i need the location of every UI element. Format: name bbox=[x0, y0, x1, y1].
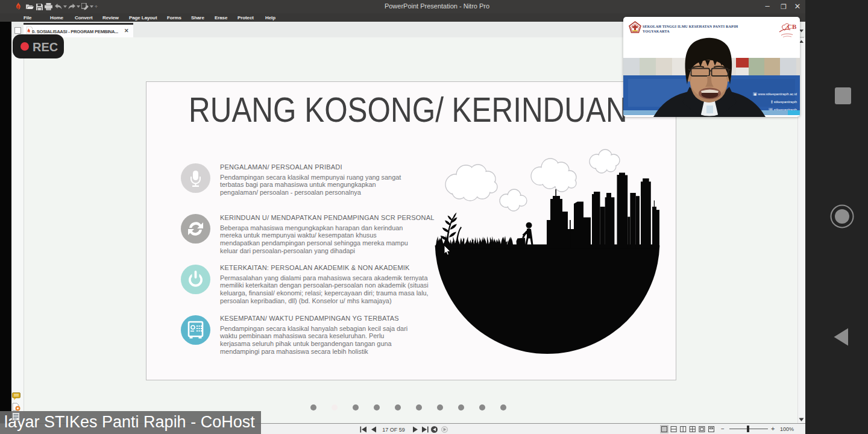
svg-text:17 OF 59: 17 OF 59 bbox=[382, 427, 405, 433]
